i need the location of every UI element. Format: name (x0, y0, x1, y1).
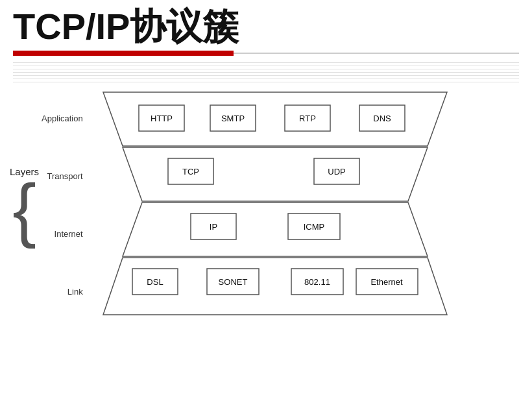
page-title: TCP/IP协议簇 (13, 6, 519, 47)
layer-name-internet: Internet (42, 229, 83, 239)
svg-text:TCP: TCP (182, 167, 199, 177)
layer-name-application: Application (42, 114, 83, 123)
svg-text:802.11: 802.11 (304, 277, 330, 287)
divider-red-line (13, 51, 234, 56)
svg-text:DSL: DSL (147, 277, 163, 287)
stack-diagram: HTTP SMTP RTP DNS TCP UDP (87, 89, 532, 322)
layer-names-column: Application Transport Internet Link (42, 90, 83, 321)
svg-text:IP: IP (209, 222, 217, 232)
header: TCP/IP协议簇 (0, 0, 532, 47)
main-diagram-area: Layers { Application Transport Internet … (0, 82, 532, 328)
svg-text:HTTP: HTTP (151, 114, 173, 123)
layer-name-transport: Transport (42, 171, 83, 181)
divider (13, 51, 519, 56)
svg-text:DNS: DNS (373, 114, 391, 123)
hourglass-svg: HTTP SMTP RTP DNS TCP UDP (87, 89, 463, 319)
svg-text:SMTP: SMTP (221, 114, 245, 123)
svg-text:Ethernet: Ethernet (370, 277, 403, 287)
svg-text:RTP: RTP (299, 114, 316, 123)
svg-text:SONET: SONET (218, 277, 247, 287)
svg-text:UDP: UDP (328, 167, 345, 177)
svg-text:ICMP: ICMP (303, 222, 324, 232)
layers-label-group: Layers { (10, 166, 39, 245)
lines-background (13, 60, 519, 82)
brace-symbol: { (12, 173, 36, 245)
layer-name-link: Link (42, 287, 83, 297)
